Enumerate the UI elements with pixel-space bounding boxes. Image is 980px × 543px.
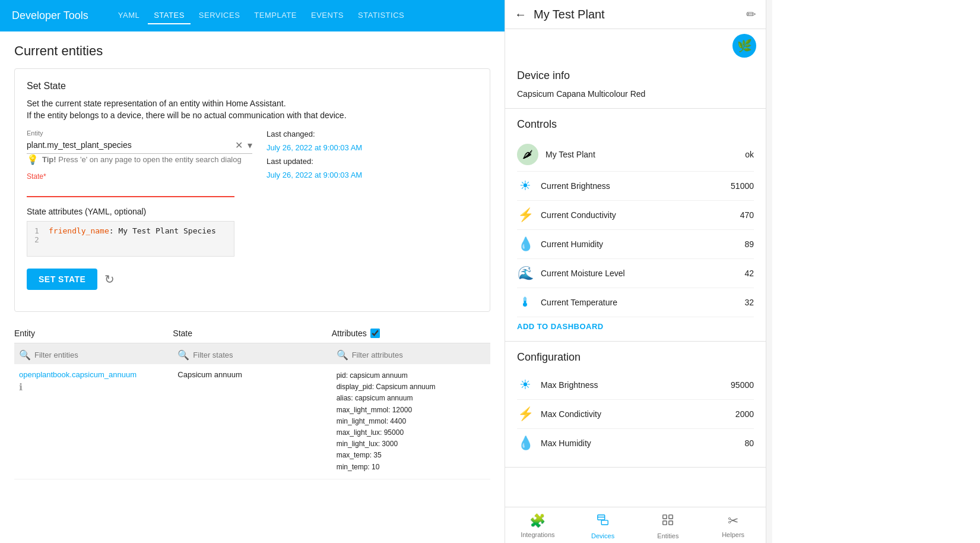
- table-section: Entity State Attributes 🔍 🔍: [14, 324, 490, 479]
- tab-template[interactable]: TEMPLATE: [248, 7, 303, 24]
- moisture-icon: 🌊: [517, 265, 534, 282]
- nav-entities[interactable]: Entities: [636, 507, 701, 543]
- nav-integrations[interactable]: 🧩 Integrations: [505, 507, 570, 543]
- entity-field-container: ✕ ▾: [27, 138, 252, 154]
- edit-button[interactable]: ✏: [746, 7, 756, 21]
- code-num-1: 1: [34, 226, 42, 235]
- left-panel: Developer Tools YAML STATES SERVICES TEM…: [0, 0, 505, 543]
- configuration-section: Configuration ☀ Max Brightness 95000 ⚡ M…: [505, 342, 766, 468]
- dropdown-entity-button[interactable]: ▾: [248, 140, 252, 151]
- plant-thumbnail: 🌶: [517, 144, 538, 165]
- attributes-checkbox[interactable]: [370, 329, 380, 338]
- code-line-1: 1 friendly_name: My Test Plant Species: [34, 226, 227, 235]
- app-title: Developer Tools: [12, 10, 88, 22]
- config-name-max-brightness: Max Brightness: [541, 380, 724, 390]
- search-entity-icon: 🔍: [19, 349, 31, 361]
- add-to-dashboard-button[interactable]: ADD TO DASHBOARD: [517, 317, 604, 331]
- state-field-wrap: State*: [27, 172, 252, 197]
- nav-helpers[interactable]: ✂ Helpers: [700, 507, 766, 543]
- card-title: Set State: [27, 81, 478, 91]
- last-changed-label: Last changed:: [267, 130, 362, 138]
- info-icon[interactable]: ℹ: [19, 381, 137, 393]
- tip-rest: Press 'e' on any page to open the entity…: [58, 155, 242, 164]
- state-cell: Capsicum annuum: [173, 368, 331, 381]
- last-changed-value[interactable]: July 26, 2022 at 9:00:03 AM: [267, 143, 362, 152]
- control-name-humidity: Current Humidity: [541, 239, 737, 249]
- max-humidity-icon: 💧: [517, 435, 534, 452]
- attrs-text: pid: capsicum annuum display_pid: Capsic…: [337, 370, 436, 473]
- tab-yaml[interactable]: YAML: [112, 7, 145, 24]
- entity-input[interactable]: [27, 138, 235, 152]
- plant-icon-row: 🌿: [505, 29, 766, 60]
- set-state-button[interactable]: SET STATE: [27, 269, 97, 290]
- entity-row: Entity ✕ ▾ 💡 Tip! Pr: [27, 130, 478, 290]
- last-updated-value[interactable]: July 26, 2022 at 9:00:03 AM: [267, 171, 362, 179]
- helpers-icon: ✂: [728, 513, 738, 529]
- table-row: openplantbook.capsicum_annuum ℹ Capsicum…: [14, 364, 490, 479]
- col-state-label: State: [173, 329, 192, 338]
- code-key: friendly_name: [49, 226, 109, 235]
- search-state-icon: 🔍: [177, 349, 189, 361]
- entity-link[interactable]: openplantbook.capsicum_annuum: [19, 370, 137, 379]
- nav-devices[interactable]: Devices: [570, 507, 636, 543]
- control-name-moisture: Current Moisture Level: [541, 269, 737, 278]
- tab-states[interactable]: STATES: [148, 7, 191, 24]
- scrollbar-track: [766, 0, 772, 543]
- temperature-icon: 🌡: [517, 294, 534, 311]
- tab-events[interactable]: EVENTS: [305, 7, 350, 24]
- right-outer: ← My Test Plant ✏ 🌿 Device info Capsicum…: [505, 0, 766, 543]
- table-body: openplantbook.capsicum_annuum ℹ Capsicum…: [14, 364, 490, 479]
- entities-label: Entities: [657, 532, 678, 539]
- entity-cell: openplantbook.capsicum_annuum ℹ: [14, 368, 173, 395]
- state-label: State*: [27, 172, 252, 181]
- config-value-max-brightness: 95000: [731, 380, 754, 390]
- filter-entity-input[interactable]: [34, 351, 168, 359]
- control-name-conductivity: Current Conductivity: [541, 210, 733, 220]
- section-title: Current entities: [14, 43, 490, 59]
- top-bar: Developer Tools YAML STATES SERVICES TEM…: [0, 0, 505, 31]
- control-value-moisture: 42: [744, 269, 754, 278]
- state-input[interactable]: [27, 182, 234, 197]
- control-row-brightness[interactable]: ☀ Current Brightness 51000: [517, 172, 754, 201]
- config-name-max-humidity: Max Humidity: [541, 438, 737, 448]
- right-scrollable[interactable]: 🌿 Device info Capsicum Capana Multicolou…: [505, 29, 766, 507]
- control-row-conductivity[interactable]: ⚡ Current Conductivity 470: [517, 201, 754, 230]
- entity-col: openplantbook.capsicum_annuum ℹ: [19, 370, 137, 393]
- right-header: ← My Test Plant ✏: [505, 0, 766, 29]
- svg-rect-4: [669, 515, 673, 519]
- control-row-temperature[interactable]: 🌡 Current Temperature 32: [517, 288, 754, 317]
- entity-icons: ✕ ▾: [235, 140, 252, 151]
- config-row-max-conductivity[interactable]: ⚡ Max Condictivity 2000: [517, 400, 754, 429]
- svg-rect-6: [669, 521, 673, 525]
- back-button[interactable]: ←: [515, 8, 527, 21]
- add-dashboard-container: ADD TO DASHBOARD: [517, 317, 754, 332]
- controls-section: Controls 🌶 My Test Plant ok ☀ Current Br…: [505, 109, 766, 342]
- control-name-brightness: Current Brightness: [541, 181, 724, 191]
- conductivity-icon: ⚡: [517, 207, 534, 223]
- table-filter-row: 🔍 🔍 🔍: [14, 343, 490, 364]
- tab-services[interactable]: SERVICES: [193, 7, 246, 24]
- code-rest: : My Test Plant Species: [109, 226, 216, 235]
- config-row-max-humidity[interactable]: 💧 Max Humidity 80: [517, 429, 754, 457]
- clear-entity-button[interactable]: ✕: [235, 140, 243, 151]
- bottom-nav: 🧩 Integrations Devices Entities ✂ Helper…: [505, 507, 766, 543]
- refresh-button[interactable]: ↻: [104, 272, 115, 286]
- card-desc2: If the entity belongs to a device, there…: [27, 111, 478, 120]
- tab-statistics[interactable]: STATISTICS: [352, 7, 410, 24]
- search-attrs-icon: 🔍: [337, 349, 348, 361]
- humidity-icon: 💧: [517, 236, 534, 252]
- buttons-row: SET STATE ↻: [27, 269, 252, 290]
- table-col-state: State: [173, 329, 331, 338]
- brightness-icon: ☀: [517, 178, 534, 194]
- control-row-moisture[interactable]: 🌊 Current Moisture Level 42: [517, 259, 754, 288]
- config-value-max-conductivity: 2000: [735, 409, 754, 419]
- control-row-humidity[interactable]: 💧 Current Humidity 89: [517, 230, 754, 259]
- config-row-max-brightness[interactable]: ☀ Max Brightness 95000: [517, 371, 754, 400]
- right-panel-title: My Test Plant: [534, 8, 739, 21]
- svg-rect-1: [601, 520, 608, 525]
- control-row-plant: 🌶 My Test Plant ok: [517, 138, 754, 172]
- filter-attrs-input[interactable]: [352, 351, 486, 359]
- device-info-section: Device info Capsicum Capana Multicolour …: [505, 60, 766, 109]
- filter-state-input[interactable]: [193, 351, 326, 359]
- code-editor[interactable]: 1 friendly_name: My Test Plant Species 2: [27, 221, 234, 257]
